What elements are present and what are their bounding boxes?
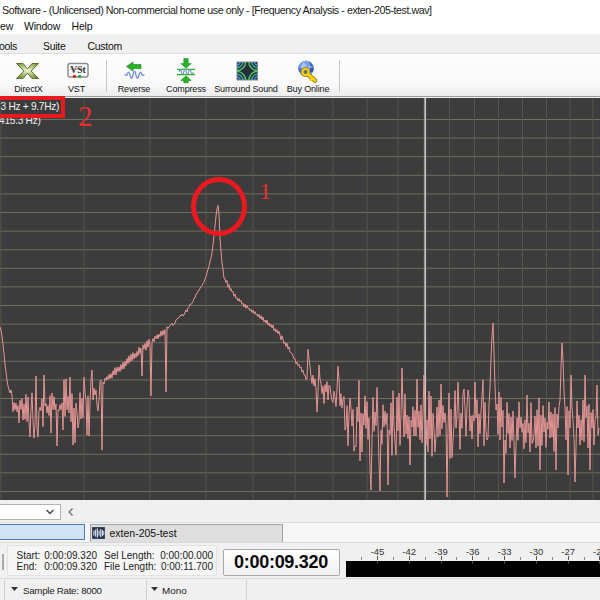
svg-text:VSt: VSt [70, 65, 86, 75]
